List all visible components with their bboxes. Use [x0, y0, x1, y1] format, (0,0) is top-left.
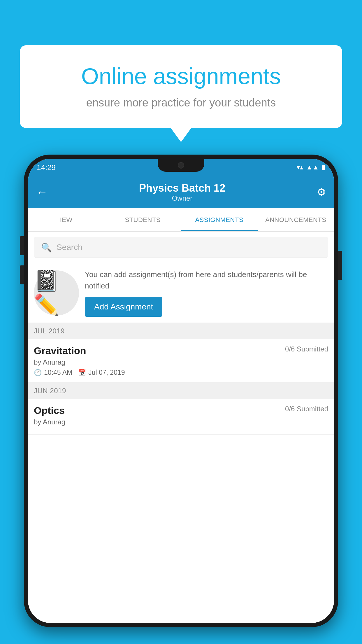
assignment-item-gravitation[interactable]: Gravitation 0/6 Submitted by Anurag 🕐 10… — [28, 339, 334, 383]
assignment-submitted-optics: 0/6 Submitted — [285, 405, 328, 413]
section-header-jun: JUN 2019 — [28, 383, 334, 399]
header-subtitle: Owner — [48, 194, 317, 202]
tabs-bar: IEW STUDENTS ASSIGNMENTS ANNOUNCEMENTS — [28, 208, 334, 232]
speech-bubble-area: Online assignments ensure more practice … — [20, 45, 342, 128]
tab-announcements[interactable]: ANNOUNCEMENTS — [258, 208, 334, 231]
phone-notch — [158, 159, 204, 172]
wifi-icon: ▾▴ — [297, 164, 303, 171]
assignment-row-top: Gravitation 0/6 Submitted — [34, 345, 328, 356]
section-header-jul: JUL 2019 — [28, 323, 334, 339]
signal-icon: ▲▲ — [306, 164, 319, 171]
app-header: ← Physics Batch 12 Owner ⚙ — [28, 176, 334, 208]
status-time: 14:29 — [37, 163, 56, 172]
back-button[interactable]: ← — [36, 186, 48, 199]
assignment-name-optics: Optics — [34, 405, 65, 416]
assignment-date-value: Jul 07, 2019 — [88, 369, 125, 377]
volume-up-button[interactable] — [20, 236, 24, 255]
promo-section: 📓✏️ You can add assignment(s) from here … — [28, 263, 334, 323]
speech-bubble-subtitle: ensure more practice for your students — [43, 97, 319, 109]
battery-icon: ▮ — [322, 164, 325, 171]
power-button[interactable] — [338, 251, 342, 280]
volume-down-button[interactable] — [20, 265, 24, 284]
promo-content: You can add assignment(s) from here and … — [85, 269, 328, 317]
notebook-icon: 📓✏️ — [34, 269, 79, 317]
promo-icon-circle: 📓✏️ — [34, 270, 79, 316]
assignment-meta-gravitation: 🕐 10:45 AM 📅 Jul 07, 2019 — [34, 369, 328, 377]
settings-button[interactable]: ⚙ — [317, 186, 326, 198]
phone-screen: 14:29 ▾▴ ▲▲ ▮ ← Physics Batch 12 Owner ⚙… — [28, 159, 334, 623]
promo-text: You can add assignment(s) from here and … — [85, 269, 328, 292]
tab-overview[interactable]: IEW — [28, 208, 105, 231]
tab-assignments[interactable]: ASSIGNMENTS — [181, 208, 258, 231]
clock-icon: 🕐 — [34, 369, 42, 377]
assignment-name-gravitation: Gravitation — [34, 345, 86, 356]
assignment-by-optics: by Anurag — [34, 418, 328, 426]
speech-bubble-title: Online assignments — [43, 63, 319, 90]
assignment-item-optics[interactable]: Optics 0/6 Submitted by Anurag — [28, 399, 334, 435]
tab-students[interactable]: STUDENTS — [105, 208, 181, 231]
assignment-row-top-optics: Optics 0/6 Submitted — [34, 405, 328, 416]
search-placeholder: Search — [57, 243, 82, 252]
search-bar-container: 🔍 Search — [28, 232, 334, 263]
assignment-time-gravitation: 🕐 10:45 AM — [34, 369, 72, 377]
status-icons: ▾▴ ▲▲ ▮ — [297, 164, 325, 171]
phone-container: 14:29 ▾▴ ▲▲ ▮ ← Physics Batch 12 Owner ⚙… — [24, 155, 338, 644]
assignment-by-gravitation: by Anurag — [34, 358, 328, 366]
content-area: 🔍 Search 📓✏️ You can add assignment(s) f… — [28, 232, 334, 623]
speech-bubble: Online assignments ensure more practice … — [20, 45, 342, 128]
assignment-submitted-gravitation: 0/6 Submitted — [285, 345, 328, 353]
assignment-date-gravitation: 📅 Jul 07, 2019 — [78, 369, 125, 377]
add-assignment-button[interactable]: Add Assignment — [85, 297, 162, 317]
header-title: Physics Batch 12 — [48, 182, 317, 194]
phone-outer: 14:29 ▾▴ ▲▲ ▮ ← Physics Batch 12 Owner ⚙… — [24, 155, 338, 627]
assignment-time-value: 10:45 AM — [44, 369, 72, 377]
header-title-area: Physics Batch 12 Owner — [48, 182, 317, 202]
calendar-icon: 📅 — [78, 369, 86, 377]
search-icon: 🔍 — [41, 242, 52, 253]
search-bar[interactable]: 🔍 Search — [34, 237, 328, 258]
front-camera — [178, 162, 184, 169]
